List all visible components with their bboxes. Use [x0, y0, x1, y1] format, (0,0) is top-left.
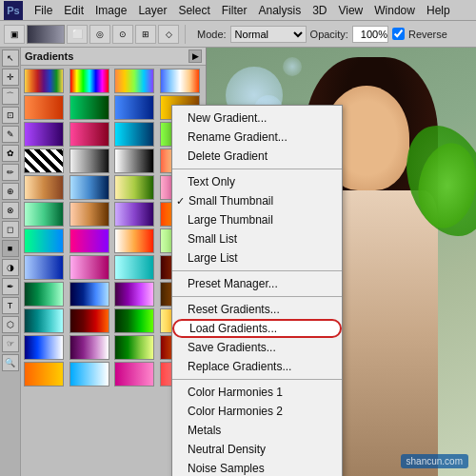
tool-eyedrop[interactable]: ✎ — [2, 126, 19, 143]
mode-label: Mode: — [197, 29, 227, 40]
gradient-swatch[interactable] — [69, 228, 109, 253]
toolbar-radial-btn[interactable]: ◎ — [89, 25, 110, 44]
gradient-swatch[interactable] — [24, 122, 64, 147]
menu-reset-gradients[interactable]: Reset Gradients... — [172, 300, 342, 319]
tool-zoom[interactable]: 🔍 — [2, 354, 19, 371]
tool-eraser[interactable]: ◻ — [2, 221, 19, 238]
gradient-swatch[interactable] — [114, 362, 154, 387]
menu-replace-gradients[interactable]: Replace Gradients... — [172, 357, 342, 376]
toolbar-diamond-btn[interactable]: ◇ — [158, 25, 179, 44]
menu-image[interactable]: Image — [89, 2, 132, 19]
tool-gradient[interactable]: ■ — [2, 240, 19, 257]
menu-rename-gradient[interactable]: Rename Gradient... — [172, 128, 342, 147]
tool-heal[interactable]: ✿ — [2, 145, 19, 162]
menu-small-list[interactable]: Small List — [172, 229, 342, 248]
tool-lasso[interactable]: ⌒ — [2, 88, 19, 105]
toolbar-reflected-btn[interactable]: ⊞ — [135, 25, 156, 44]
gradient-swatch[interactable] — [24, 255, 64, 280]
gradient-panel-menu-btn[interactable]: ▶ — [188, 50, 202, 63]
menu-noise-samples[interactable]: Noise Samples — [172, 459, 342, 476]
tool-brush[interactable]: ✏ — [2, 164, 19, 181]
gradient-swatch[interactable] — [114, 228, 154, 253]
toolbar-tool-group: ▣ ⬜ ◎ ⊙ ⊞ ◇ — [4, 25, 186, 44]
menu-load-gradients[interactable]: Load Gradients... — [172, 319, 342, 338]
menu-file[interactable]: File — [29, 2, 58, 19]
toolbar-type-btn[interactable]: ⬜ — [67, 25, 88, 44]
gradient-swatch[interactable] — [114, 175, 154, 200]
tool-history[interactable]: ⊗ — [2, 202, 19, 219]
gradient-swatch[interactable] — [69, 202, 109, 227]
tool-select[interactable]: ↖ — [2, 50, 19, 67]
tool-dodge[interactable]: ◑ — [2, 259, 19, 276]
gradient-swatch[interactable] — [69, 149, 109, 173]
menu-analysis[interactable]: Analysis — [252, 2, 307, 19]
menu-color-harmonies-2[interactable]: Color Harmonies 2 — [172, 402, 342, 421]
gradient-swatch[interactable] — [114, 282, 154, 307]
gradient-swatch[interactable] — [114, 308, 154, 333]
separator-2 — [172, 270, 342, 271]
menu-select[interactable]: Select — [172, 2, 215, 19]
gradient-swatch[interactable] — [24, 69, 64, 93]
opacity-input[interactable] — [352, 26, 388, 43]
tool-text[interactable]: T — [2, 297, 19, 314]
gradient-swatch[interactable] — [24, 149, 64, 173]
toolbar-mode-btn[interactable]: ▣ — [4, 25, 25, 44]
toolbar: ▣ ⬜ ◎ ⊙ ⊞ ◇ Mode: Normal Dissolve Multip… — [0, 21, 476, 48]
menu-preset-manager[interactable]: Preset Manager... — [172, 274, 342, 293]
menu-edit[interactable]: Edit — [58, 2, 89, 19]
gradient-swatch[interactable] — [69, 255, 109, 280]
gradient-swatch[interactable] — [160, 69, 200, 93]
tool-crop[interactable]: ⊡ — [2, 107, 19, 124]
gradient-swatch[interactable] — [24, 95, 64, 120]
tool-move[interactable]: ✛ — [2, 69, 19, 86]
gradient-swatch[interactable] — [24, 228, 64, 253]
menu-large-list[interactable]: Large List — [172, 248, 342, 268]
gradient-swatch[interactable] — [114, 122, 154, 147]
gradient-panel-title: Gradients — [25, 50, 73, 62]
gradient-swatch[interactable] — [69, 95, 109, 120]
menu-3d[interactable]: 3D — [307, 2, 332, 19]
mode-select[interactable]: Normal Dissolve Multiply — [230, 26, 307, 43]
menu-filter[interactable]: Filter — [216, 2, 253, 19]
gradient-swatch[interactable] — [69, 362, 109, 387]
menu-neutral-density[interactable]: Neutral Density — [172, 440, 342, 459]
gradient-swatch[interactable] — [24, 308, 64, 333]
toolbar-gradient-preview[interactable] — [27, 25, 65, 44]
menu-small-thumbnail[interactable]: Small Thumbnail — [172, 191, 342, 210]
gradient-swatch[interactable] — [114, 95, 154, 120]
gradient-swatch[interactable] — [114, 202, 154, 227]
gradient-swatch[interactable] — [69, 308, 109, 333]
menu-text-only[interactable]: Text Only — [172, 172, 342, 191]
gradient-swatch[interactable] — [24, 282, 64, 307]
menu-new-gradient[interactable]: New Gradient... — [172, 109, 342, 128]
gradient-swatch[interactable] — [24, 362, 64, 387]
gradient-swatch[interactable] — [69, 282, 109, 307]
menu-metals[interactable]: Metals — [172, 421, 342, 440]
menu-large-thumbnail[interactable]: Large Thumbnail — [172, 210, 342, 229]
reverse-checkbox[interactable] — [392, 28, 405, 40]
gradient-swatch[interactable] — [69, 175, 109, 200]
gradient-swatch[interactable] — [24, 335, 64, 360]
tool-hand[interactable]: ☞ — [2, 335, 19, 352]
gradient-swatch[interactable] — [24, 202, 64, 227]
tool-pen[interactable]: ✒ — [2, 278, 19, 295]
menu-help[interactable]: Help — [421, 2, 456, 19]
gradient-swatch[interactable] — [114, 149, 154, 173]
tool-clone[interactable]: ⊕ — [2, 183, 19, 200]
menu-layer[interactable]: Layer — [132, 2, 172, 19]
dropdown-menu: New Gradient... Rename Gradient... Delet… — [171, 105, 343, 476]
gradient-swatch[interactable] — [114, 69, 154, 93]
menu-delete-gradient[interactable]: Delete Gradient — [172, 147, 342, 166]
menu-window[interactable]: Window — [368, 2, 421, 19]
gradient-swatch[interactable] — [69, 335, 109, 360]
gradient-swatch[interactable] — [69, 122, 109, 147]
menu-view[interactable]: View — [332, 2, 368, 19]
gradient-swatch[interactable] — [114, 255, 154, 280]
gradient-swatch[interactable] — [69, 69, 109, 93]
menu-save-gradients[interactable]: Save Gradients... — [172, 338, 342, 357]
gradient-swatch[interactable] — [24, 175, 64, 200]
toolbar-angle-btn[interactable]: ⊙ — [112, 25, 133, 44]
gradient-swatch[interactable] — [114, 335, 154, 360]
tool-path[interactable]: ⬡ — [2, 316, 19, 333]
menu-color-harmonies-1[interactable]: Color Harmonies 1 — [172, 383, 342, 402]
